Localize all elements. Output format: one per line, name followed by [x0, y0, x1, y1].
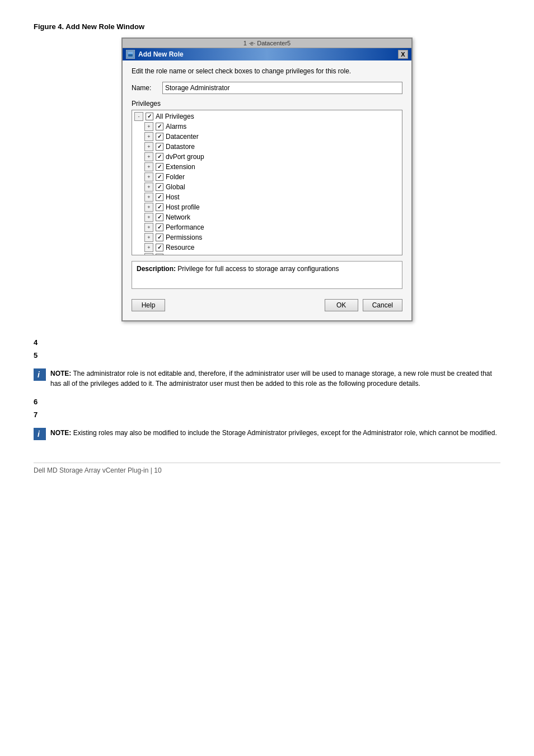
tree-item-network[interactable]: +Network: [132, 212, 402, 222]
checkbox-icon[interactable]: [156, 123, 163, 130]
tree-item-label: Alarms: [166, 122, 186, 131]
step-4-number: 4: [34, 338, 50, 347]
tree-expander[interactable]: +: [144, 172, 153, 181]
checkbox-icon[interactable]: [156, 133, 163, 141]
step-7: 7: [34, 410, 500, 419]
checkbox-icon[interactable]: [156, 173, 163, 181]
window-content: Edit the role name or select check boxes…: [123, 60, 411, 320]
add-new-role-window: 1 ·e· Datacenter5 Add New Role X Edit th…: [121, 38, 413, 321]
window-icon: [126, 50, 135, 59]
close-button[interactable]: X: [398, 50, 408, 59]
checkbox-icon[interactable]: [156, 203, 163, 211]
note-text-1: NOTE: The administrator role is not edit…: [50, 368, 500, 389]
window-outer-titlebar: 1 ·e· Datacenter5: [123, 39, 411, 48]
step-5: 5: [34, 351, 500, 360]
tree-expander[interactable]: +: [144, 223, 153, 232]
steps-section-2: 6 7: [34, 398, 500, 419]
checkbox-icon[interactable]: [156, 143, 163, 151]
tree-item-scheduled-task[interactable]: +Scheduled task: [132, 253, 402, 255]
checkbox-icon[interactable]: [156, 163, 163, 171]
tree-expander[interactable]: +: [144, 122, 153, 131]
note-2-bold: NOTE:: [50, 429, 71, 437]
tree-item-resource[interactable]: +Resource: [132, 242, 402, 253]
outer-titlebar-text: 1 ·e· Datacenter5: [243, 40, 291, 46]
privileges-section: Privileges -All Privileges+Alarms+Datace…: [132, 100, 402, 255]
tree-expander[interactable]: +: [144, 183, 153, 192]
tree-item-global[interactable]: +Global: [132, 182, 402, 192]
button-row: Help OK Cancel: [132, 296, 402, 314]
tree-expander[interactable]: +: [144, 253, 153, 255]
tree-expander[interactable]: +: [144, 132, 153, 141]
checkbox-icon[interactable]: [156, 183, 163, 191]
tree-item-label: Network: [166, 213, 190, 222]
privileges-label: Privileges: [132, 100, 402, 108]
ok-button[interactable]: OK: [325, 299, 358, 311]
note-icon-1: i: [34, 368, 46, 381]
help-button[interactable]: Help: [132, 299, 165, 311]
figure-title: Figure 4. Add New Role Window: [34, 22, 500, 31]
svg-text:i: i: [38, 430, 40, 438]
tree-item-host[interactable]: +Host: [132, 192, 402, 202]
note-text-2: NOTE: Existing roles may also be modifie…: [50, 428, 497, 438]
step-6: 6: [34, 398, 500, 406]
checkbox-icon[interactable]: [156, 254, 163, 255]
checkbox-icon[interactable]: [156, 244, 163, 251]
tree-item-alarms[interactable]: +Alarms: [132, 122, 402, 132]
name-input[interactable]: [162, 82, 402, 94]
tree-item-label: Host profile: [166, 203, 200, 212]
steps-section-1: 4 5: [34, 338, 500, 360]
tree-expander[interactable]: +: [144, 193, 153, 202]
window-titlebar: Add New Role X: [123, 48, 411, 60]
footer-left: Dell MD Storage Array vCenter Plug-in: [34, 466, 148, 474]
tree-expander[interactable]: +: [144, 162, 153, 171]
privileges-list[interactable]: -All Privileges+Alarms+Datacenter+Datast…: [132, 110, 402, 255]
page-footer: Dell MD Storage Array vCenter Plug-in | …: [34, 463, 500, 474]
tree-expander[interactable]: +: [144, 203, 153, 212]
checkbox-icon[interactable]: [156, 223, 163, 231]
description-label-text: Description: Privilege for full access t…: [137, 265, 339, 273]
checkbox-icon[interactable]: [156, 153, 163, 161]
tree-expander[interactable]: +: [144, 152, 153, 161]
name-row: Name:: [132, 82, 402, 94]
tree-item-datastore[interactable]: +Datastore: [132, 142, 402, 152]
note-icon-2: i: [34, 428, 46, 440]
tree-expander[interactable]: +: [144, 243, 153, 252]
tree-item-label: Extension: [166, 162, 195, 171]
note-1-bold: NOTE:: [50, 370, 71, 377]
tree-item-label: dvPort group: [166, 152, 204, 161]
tree-item-host-profile[interactable]: +Host profile: [132, 202, 402, 212]
note-2-content: Existing roles may also be modified to i…: [73, 429, 497, 437]
tree-item-folder[interactable]: +Folder: [132, 172, 402, 182]
tree-item-permissions[interactable]: +Permissions: [132, 232, 402, 242]
tree-expander[interactable]: +: [144, 142, 153, 151]
tree-item-extension[interactable]: +Extension: [132, 162, 402, 172]
tree-expander[interactable]: +: [144, 233, 153, 242]
tree-expander[interactable]: -: [134, 112, 143, 121]
checkbox-icon[interactable]: [156, 234, 163, 241]
svg-rect-1: [128, 52, 133, 54]
note-1-content: The administrator role is not editable a…: [50, 370, 492, 388]
step-4: 4: [34, 338, 500, 347]
tree-item-label: Datastore: [166, 142, 195, 151]
svg-rect-2: [128, 54, 133, 57]
dialog-description: Edit the role name or select check boxes…: [132, 67, 402, 75]
tree-item-label: Permissions: [166, 233, 202, 242]
tree-expander[interactable]: +: [144, 213, 153, 222]
tree-item-dvport-group[interactable]: +dvPort group: [132, 152, 402, 162]
tree-item-label: Resource: [166, 243, 194, 252]
tree-item-label: Datacenter: [166, 132, 199, 141]
tree-item-label: Global: [166, 183, 185, 192]
note-2: i NOTE: Existing roles may also be modif…: [34, 428, 500, 440]
checkbox-icon[interactable]: [156, 193, 163, 201]
tree-item-performance[interactable]: +Performance: [132, 222, 402, 232]
cancel-button[interactable]: Cancel: [363, 299, 402, 311]
description-box: Description: Privilege for full access t…: [132, 261, 402, 289]
window-title: Add New Role: [138, 50, 398, 58]
tree-item-all-privileges[interactable]: -All Privileges: [132, 111, 402, 122]
step-5-number: 5: [34, 351, 50, 360]
tree-item-label: Host: [166, 193, 180, 202]
checkbox-icon[interactable]: [156, 213, 163, 221]
tree-item-datacenter[interactable]: +Datacenter: [132, 132, 402, 142]
checkbox-icon[interactable]: [146, 113, 153, 120]
page-wrapper: Figure 4. Add New Role Window 1 ·e· Data…: [0, 0, 534, 497]
